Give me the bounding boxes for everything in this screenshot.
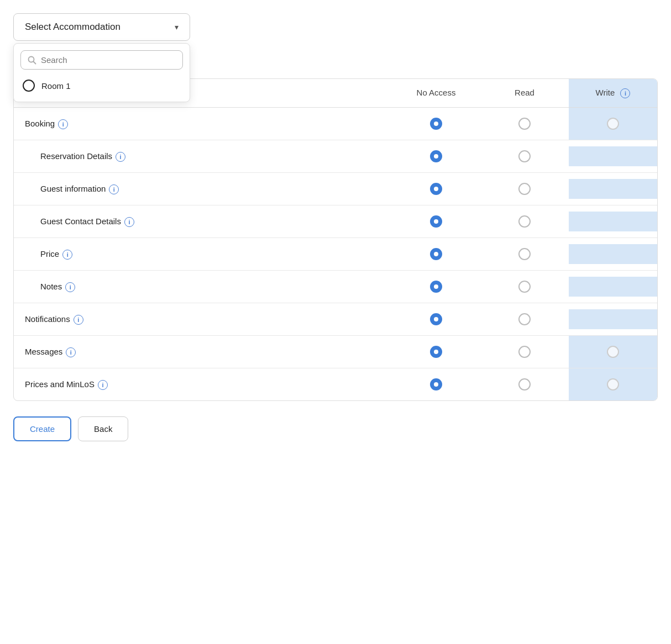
read-cell[interactable] (480, 205, 569, 237)
radio-filled[interactable] (430, 118, 442, 130)
write-cell[interactable] (569, 244, 657, 264)
accommodation-dropdown[interactable]: Select Accommodation ▾ Room 1 (13, 13, 190, 41)
table-row: Prices and MinLoSi (14, 368, 657, 400)
write-info-icon[interactable]: i (620, 88, 630, 98)
table-row: Pricei (14, 238, 657, 271)
write-cell[interactable] (569, 179, 657, 199)
no-access-cell[interactable] (392, 336, 480, 368)
info-icon[interactable]: i (109, 184, 119, 194)
radio-empty[interactable] (518, 346, 531, 358)
back-button[interactable]: Back (78, 416, 128, 441)
info-icon[interactable]: i (124, 217, 134, 227)
search-icon (28, 56, 36, 65)
info-icon[interactable]: i (116, 152, 125, 162)
write-cell[interactable] (569, 212, 657, 231)
radio-empty-white[interactable] (607, 346, 619, 358)
radio-ring-icon (23, 80, 35, 92)
radio-filled[interactable] (430, 150, 442, 162)
row-label: Reservation Detailsi (14, 141, 392, 172)
radio-empty[interactable] (518, 118, 531, 130)
radio-filled[interactable] (430, 346, 442, 358)
radio-filled[interactable] (430, 215, 442, 228)
table-body: BookingiReservation DetailsiGuest inform… (14, 108, 657, 400)
no-access-cell[interactable] (392, 238, 480, 270)
table-row: Bookingi (14, 108, 657, 140)
info-icon[interactable]: i (65, 282, 75, 292)
col-header-no-access: No Access (392, 79, 480, 107)
search-input[interactable] (41, 55, 176, 65)
radio-empty[interactable] (518, 281, 531, 293)
option-label: Room 1 (41, 81, 71, 91)
info-icon[interactable]: i (66, 347, 76, 357)
create-button[interactable]: Create (13, 416, 71, 441)
info-icon[interactable]: i (62, 250, 72, 260)
row-label: Guest informationi (14, 174, 392, 204)
permissions-table: No Access Read Write i BookingiReservati… (13, 78, 658, 401)
read-cell[interactable] (480, 368, 569, 400)
write-cell[interactable] (569, 336, 657, 368)
col-header-read: Read (480, 79, 569, 107)
row-label: Guest Contact Detailsi (14, 207, 392, 237)
write-cell[interactable] (569, 277, 657, 297)
radio-empty[interactable] (518, 313, 531, 325)
dropdown-option-room1[interactable]: Room 1 (14, 74, 190, 97)
radio-filled[interactable] (430, 281, 442, 293)
info-icon[interactable]: i (58, 119, 68, 129)
table-row: Notesi (14, 271, 657, 303)
radio-empty[interactable] (518, 378, 531, 390)
read-cell[interactable] (480, 140, 569, 172)
radio-empty[interactable] (518, 183, 531, 195)
read-cell[interactable] (480, 238, 569, 270)
chevron-down-icon: ▾ (175, 23, 179, 31)
radio-filled[interactable] (430, 248, 442, 260)
no-access-cell[interactable] (392, 108, 480, 140)
row-label: Pricei (14, 239, 392, 270)
write-cell[interactable] (569, 309, 657, 329)
row-label: Notesi (14, 272, 392, 302)
dropdown-placeholder: Select Accommodation (25, 22, 120, 33)
radio-filled[interactable] (430, 313, 442, 325)
table-row: Notificationsi (14, 303, 657, 336)
no-access-cell[interactable] (392, 271, 480, 303)
radio-empty[interactable] (518, 215, 531, 228)
radio-empty-white[interactable] (607, 118, 619, 130)
read-cell[interactable] (480, 336, 569, 368)
no-access-cell[interactable] (392, 303, 480, 335)
table-row: Reservation Detailsi (14, 140, 657, 173)
row-label: Prices and MinLoSi (14, 369, 392, 400)
radio-filled[interactable] (430, 378, 442, 390)
table-row: Guest Contact Detailsi (14, 205, 657, 238)
no-access-cell[interactable] (392, 205, 480, 237)
dropdown-panel: Room 1 (13, 43, 190, 102)
info-icon[interactable]: i (98, 380, 108, 390)
row-label: Notificationsi (14, 304, 392, 335)
info-icon[interactable]: i (74, 315, 83, 325)
no-access-cell[interactable] (392, 368, 480, 400)
radio-filled[interactable] (430, 183, 442, 195)
bottom-bar: Create Back (13, 416, 658, 441)
row-label: Messagesi (14, 337, 392, 367)
read-cell[interactable] (480, 303, 569, 335)
write-cell[interactable] (569, 146, 657, 166)
col-header-write: Write i (569, 79, 657, 107)
no-access-cell[interactable] (392, 173, 480, 205)
write-cell[interactable] (569, 368, 657, 400)
table-row: Guest informationi (14, 173, 657, 205)
svg-line-1 (34, 61, 36, 64)
table-row: Messagesi (14, 336, 657, 368)
read-cell[interactable] (480, 108, 569, 140)
read-cell[interactable] (480, 271, 569, 303)
radio-empty[interactable] (518, 248, 531, 260)
search-box (20, 50, 183, 70)
radio-empty[interactable] (518, 150, 531, 162)
dropdown-trigger[interactable]: Select Accommodation ▾ (13, 13, 190, 41)
write-cell[interactable] (569, 108, 657, 140)
read-cell[interactable] (480, 173, 569, 205)
no-access-cell[interactable] (392, 140, 480, 172)
radio-empty-white[interactable] (607, 378, 619, 390)
row-label: Bookingi (14, 109, 392, 139)
